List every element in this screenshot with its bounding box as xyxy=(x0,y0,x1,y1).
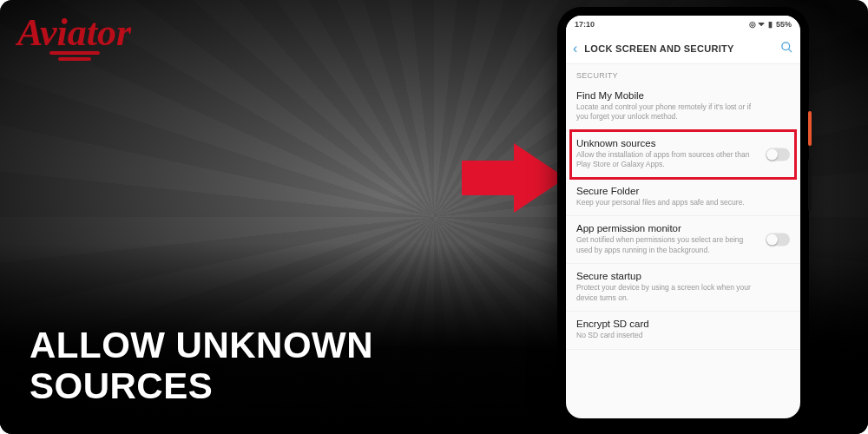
caption-line-2: SOURCES xyxy=(30,365,373,406)
settings-list: Find My MobileLocate and control your ph… xyxy=(566,83,800,418)
svg-point-1 xyxy=(782,43,790,50)
status-icons: ◎ ⏷ ▮ xyxy=(749,20,773,29)
phone-power-button xyxy=(808,111,812,146)
setting-desc: Keep your personal files and apps safe a… xyxy=(576,198,790,207)
setting-desc: Protect your device by using a screen lo… xyxy=(576,283,790,303)
setting-item-unknown-sources[interactable]: Unknown sourcesAllow the installation of… xyxy=(566,131,800,179)
status-time: 17:10 xyxy=(575,20,595,29)
section-label: SECURITY xyxy=(566,64,800,83)
toggle-switch[interactable] xyxy=(766,233,790,247)
setting-title: Unknown sources xyxy=(576,138,790,148)
instruction-caption: ALLOW UNKNOWN SOURCES xyxy=(30,325,373,406)
setting-desc: No SD card inserted xyxy=(576,331,790,340)
setting-item-encrypt-sd-card[interactable]: Encrypt SD cardNo SD card inserted xyxy=(566,312,800,349)
search-icon[interactable] xyxy=(780,41,793,56)
setting-item-secure-folder[interactable]: Secure FolderKeep your personal files an… xyxy=(566,179,800,216)
phone-volume-button xyxy=(808,159,812,211)
phone-mockup: 17:10 ◎ ⏷ ▮ 55% ‹ LOCK SCREEN AND SECURI… xyxy=(557,7,809,427)
svg-line-2 xyxy=(788,49,792,52)
setting-item-app-permission-monitor[interactable]: App permission monitorGet notified when … xyxy=(566,216,800,264)
phone-screen: 17:10 ◎ ⏷ ▮ 55% ‹ LOCK SCREEN AND SECURI… xyxy=(566,16,800,418)
toggle-switch[interactable] xyxy=(766,148,790,161)
brand-name: Aviator xyxy=(17,11,131,54)
caption-line-1: ALLOW UNKNOWN xyxy=(30,325,373,365)
app-bar: ‹ LOCK SCREEN AND SECURITY xyxy=(566,33,800,64)
setting-item-secure-startup[interactable]: Secure startupProtect your device by usi… xyxy=(566,264,800,312)
status-bar: 17:10 ◎ ⏷ ▮ 55% xyxy=(566,16,800,33)
setting-desc: Get notified when permissions you select… xyxy=(576,235,790,255)
setting-title: Find My Mobile xyxy=(576,90,790,101)
setting-desc: Locate and control your phone remotely i… xyxy=(576,102,790,122)
setting-title: Encrypt SD card xyxy=(576,319,790,329)
setting-title: App permission monitor xyxy=(576,223,790,233)
setting-title: Secure startup xyxy=(576,271,790,281)
pointer-arrow-icon xyxy=(462,143,566,213)
status-battery: 55% xyxy=(776,20,792,29)
promo-stage: Aviator ALLOW UNKNOWN SOURCES 17:10 ◎ ⏷ … xyxy=(0,0,868,434)
setting-item-find-my-mobile[interactable]: Find My MobileLocate and control your ph… xyxy=(566,83,800,131)
brand-logo: Aviator xyxy=(17,10,131,61)
back-icon[interactable]: ‹ xyxy=(573,41,577,56)
setting-title: Secure Folder xyxy=(576,186,790,196)
setting-desc: Allow the installation of apps from sour… xyxy=(576,150,790,170)
logo-underline-2 xyxy=(58,57,91,61)
svg-marker-0 xyxy=(462,143,566,213)
page-title: LOCK SCREEN AND SECURITY xyxy=(584,43,733,54)
status-right: ◎ ⏷ ▮ 55% xyxy=(749,20,792,29)
